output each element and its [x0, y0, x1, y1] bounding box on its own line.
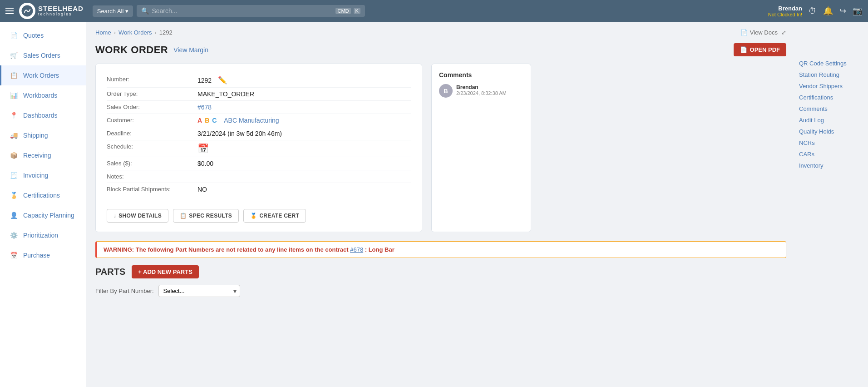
- sidebar-item-capacity-planning[interactable]: 👤 Capacity Planning: [0, 205, 86, 225]
- link-quality-holds[interactable]: Quality Holds: [795, 126, 868, 137]
- shipping-icon: 🚚: [9, 130, 19, 140]
- link-ncrs[interactable]: NCRs: [795, 138, 868, 148]
- link-inventory[interactable]: Inventory: [795, 160, 868, 171]
- sidebar-item-prioritization[interactable]: ⚙️ Prioritization: [0, 225, 86, 245]
- kbd-cmd: CMD: [335, 8, 350, 14]
- purchase-icon: 📅: [9, 250, 19, 260]
- logo-icon: [19, 3, 35, 19]
- warning-link[interactable]: #678: [350, 246, 363, 253]
- part-number-select-wrapper: Select...: [158, 285, 240, 297]
- chevron-down-icon: ▾: [125, 8, 128, 15]
- sidebar-item-certifications[interactable]: 🏅 Certifications: [0, 185, 86, 205]
- cert-icon: 🏅: [250, 213, 257, 219]
- wo-sales: $0.00: [197, 160, 213, 167]
- sidebar-item-sales-orders[interactable]: 🛒 Sales Orders: [0, 45, 86, 65]
- wo-notes-row: Notes:: [107, 170, 411, 183]
- calendar-icon[interactable]: 📅: [197, 143, 209, 154]
- right-sidebar: QR Code Settings Station Routing Vendor …: [795, 22, 868, 387]
- create-cert-button[interactable]: 🏅 CREATE CERT: [243, 209, 306, 223]
- arrow-down-icon: ↓: [113, 213, 116, 219]
- docs-icon: 📄: [740, 29, 748, 36]
- expand-icon[interactable]: ⤢: [781, 29, 786, 36]
- edit-icon[interactable]: ✏️: [218, 76, 227, 84]
- filter-label: Filter By Part Number:: [95, 288, 154, 294]
- breadcrumb-home[interactable]: Home: [95, 29, 111, 36]
- spec-results-button[interactable]: 📋 SPEC RESULTS: [173, 209, 239, 223]
- spec-icon: 📋: [180, 213, 187, 219]
- wo-sales-order-row: Sales Order: #678: [107, 101, 411, 114]
- sidebar-item-workboards[interactable]: 📊 Workboards: [0, 85, 86, 105]
- parts-title: PARTS: [95, 267, 125, 277]
- user-info: Brendan Not Clocked In!: [768, 5, 802, 17]
- wo-schedule-row: Schedule: 📅: [107, 140, 411, 157]
- wo-number-row: Number: 1292 ✏️: [107, 73, 411, 88]
- camera-icon[interactable]: 📷: [853, 6, 863, 16]
- wo-order-type: MAKE_TO_ORDER: [197, 90, 254, 98]
- sidebar-item-receiving[interactable]: 📦 Receiving: [0, 145, 86, 165]
- wo-number: 1292: [197, 77, 212, 84]
- logout-icon[interactable]: ↪: [839, 6, 846, 16]
- bell-icon[interactable]: 🔔: [823, 6, 833, 16]
- link-qr-code-settings[interactable]: QR Code Settings: [795, 58, 868, 69]
- wo-block: NO: [197, 186, 207, 193]
- certifications-icon: 🏅: [9, 190, 19, 200]
- wo-actions: ↓ SHOW DETAILS 📋 SPEC RESULTS 🏅 CREATE C…: [107, 203, 411, 223]
- wo-block-row: Block Partial Shipments: NO: [107, 183, 411, 196]
- link-certifications[interactable]: Certifications: [795, 92, 868, 103]
- quotes-icon: 📄: [9, 30, 19, 40]
- customer-link[interactable]: ABC Manufacturing: [224, 117, 279, 124]
- open-pdf-button[interactable]: 📄 OPEN PDF: [734, 43, 786, 56]
- link-audit-log[interactable]: Audit Log: [795, 115, 868, 125]
- link-cars[interactable]: CARs: [795, 149, 868, 159]
- part-number-select[interactable]: Select...: [158, 285, 240, 297]
- filter-row: Filter By Part Number: Select...: [95, 285, 786, 297]
- comment-meta: Brendan 2/23/2024, 8:32:38 AM: [456, 84, 507, 96]
- customer-logo: A: [197, 117, 202, 124]
- sidebar-item-quotes[interactable]: 📄 Quotes: [0, 25, 86, 45]
- page-header: WORK ORDER View Margin 📄 OPEN PDF: [95, 43, 786, 56]
- breadcrumb: Home › Work Orders › 1292 📄 View Docs ⤢: [95, 29, 786, 36]
- wo-sales-row: Sales ($): $0.00: [107, 157, 411, 170]
- invoicing-icon: 🧾: [9, 170, 19, 180]
- add-parts-button[interactable]: + ADD NEW PARTS: [132, 265, 199, 278]
- wo-section: Number: 1292 ✏️ Order Type: MAKE_TO_ORDE…: [95, 64, 786, 232]
- search-input[interactable]: [152, 7, 333, 15]
- view-docs-button[interactable]: 📄 View Docs: [740, 29, 778, 36]
- comment-author: Brendan: [456, 84, 507, 90]
- parts-header: PARTS + ADD NEW PARTS: [95, 265, 786, 278]
- link-station-routing[interactable]: Station Routing: [795, 69, 868, 80]
- sales-orders-icon: 🛒: [9, 50, 19, 60]
- pdf-icon: 📄: [740, 46, 747, 53]
- sidebar-item-shipping[interactable]: 🚚 Shipping: [0, 125, 86, 145]
- view-margin-link[interactable]: View Margin: [173, 46, 208, 54]
- receiving-icon: 📦: [9, 150, 19, 160]
- comment-avatar: B: [439, 84, 453, 98]
- menu-toggle[interactable]: [5, 8, 14, 14]
- work-order-card: Number: 1292 ✏️ Order Type: MAKE_TO_ORDE…: [95, 64, 422, 232]
- comments-title: Comments: [439, 71, 523, 79]
- breadcrumb-sep-1: ›: [114, 29, 116, 36]
- breadcrumb-sep-2: ›: [154, 29, 156, 36]
- breadcrumb-work-orders[interactable]: Work Orders: [118, 29, 152, 36]
- sidebar-item-purchase[interactable]: 📅 Purchase: [0, 245, 86, 265]
- sidebar-item-dashboards[interactable]: 📍 Dashboards: [0, 105, 86, 125]
- timer-icon[interactable]: ⏱: [809, 6, 817, 16]
- sidebar: 📄 Quotes 🛒 Sales Orders 📋 Work Orders 📊 …: [0, 22, 86, 387]
- warning-text-pre: WARNING: The following Part Numbers are …: [104, 246, 350, 253]
- logo: STEELHEAD technologies: [19, 3, 84, 19]
- top-nav: STEELHEAD technologies Search All ▾ 🔍 CM…: [0, 0, 868, 22]
- sidebar-item-work-orders[interactable]: 📋 Work Orders: [0, 65, 86, 85]
- show-details-button[interactable]: ↓ SHOW DETAILS: [107, 209, 168, 223]
- sales-order-link[interactable]: #678: [197, 104, 212, 111]
- search-all-button[interactable]: Search All ▾: [93, 5, 133, 17]
- sidebar-item-invoicing[interactable]: 🧾 Invoicing: [0, 165, 86, 185]
- prioritization-icon: ⚙️: [9, 230, 19, 240]
- nav-right: Brendan Not Clocked In! ⏱ 🔔 ↪ 📷: [768, 5, 863, 17]
- link-comments[interactable]: Comments: [795, 104, 868, 114]
- workboards-icon: 📊: [9, 90, 19, 100]
- brand-name: STEELHEAD: [38, 5, 84, 13]
- search-area: Search All ▾ 🔍 CMD K: [93, 5, 365, 17]
- wo-deadline: 3/21/2024 (in 3w 5d 20h 46m): [197, 130, 282, 137]
- link-vendor-shippers[interactable]: Vendor Shippers: [795, 81, 868, 91]
- dashboards-icon: 📍: [9, 110, 19, 120]
